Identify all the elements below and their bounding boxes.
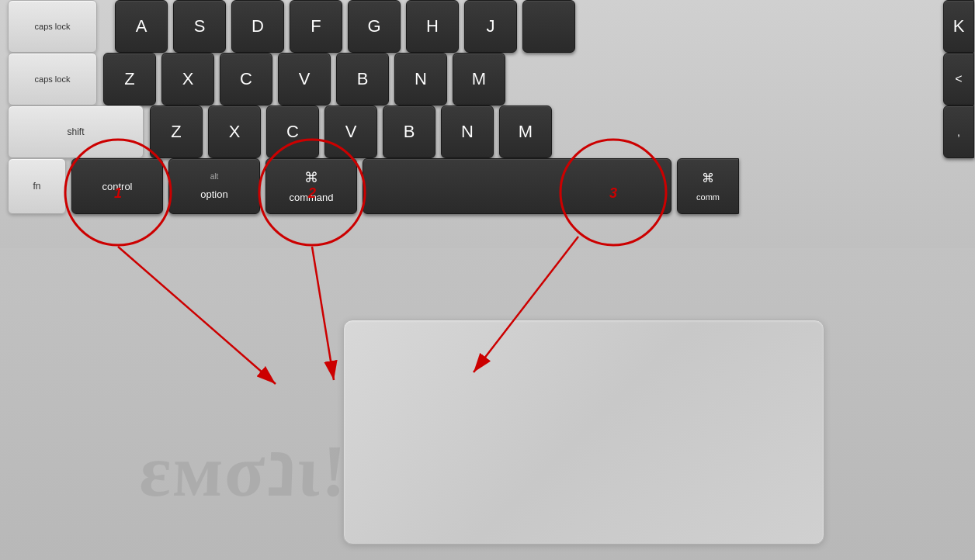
key-alt-option[interactable]: alt option — [168, 158, 260, 214]
row-shift: shift Z X C V B N M , — [0, 105, 975, 158]
key-comma[interactable]: , — [943, 105, 974, 158]
key-v[interactable]: V — [278, 53, 331, 105]
key-b-shift[interactable]: B — [383, 105, 435, 158]
key-caps-lock[interactable]: caps lock — [8, 0, 97, 53]
key-command-left[interactable]: ⌘ command — [265, 158, 357, 214]
row-bottom: fn control alt option ⌘ command ⌘ comm — [0, 158, 975, 220]
trackpad[interactable] — [343, 320, 824, 544]
key-m-shift[interactable]: M — [499, 105, 552, 158]
key-shift[interactable]: shift — [8, 105, 144, 158]
key-fn[interactable]: fn — [8, 158, 66, 214]
key-x[interactable]: X — [161, 53, 214, 105]
key-z-row-z[interactable]: Z — [103, 53, 156, 105]
key-lt[interactable]: < — [943, 53, 974, 105]
row-zxcvbnm: caps lock Z X C V B N M < — [0, 53, 975, 105]
row-caps: caps lock — [0, 0, 975, 53]
key-control[interactable]: control — [71, 158, 163, 214]
emoji-text: εмσנι! — [138, 427, 349, 513]
key-b[interactable]: B — [336, 53, 389, 105]
key-n-shift[interactable]: N — [441, 105, 494, 158]
key-x-shift[interactable]: X — [208, 105, 261, 158]
key-c-shift[interactable]: C — [266, 105, 319, 158]
key-z-shift[interactable]: Z — [150, 105, 203, 158]
key-n[interactable]: N — [394, 53, 447, 105]
key-caps-lock-2[interactable]: caps lock — [8, 53, 97, 105]
key-m[interactable]: M — [453, 53, 505, 105]
key-space[interactable] — [363, 158, 671, 214]
keyboard: A S D F G H J K caps lock caps lock Z X … — [0, 0, 975, 244]
key-command-right[interactable]: ⌘ comm — [677, 158, 739, 214]
key-v-shift[interactable]: V — [324, 105, 377, 158]
key-c[interactable]: C — [220, 53, 272, 105]
